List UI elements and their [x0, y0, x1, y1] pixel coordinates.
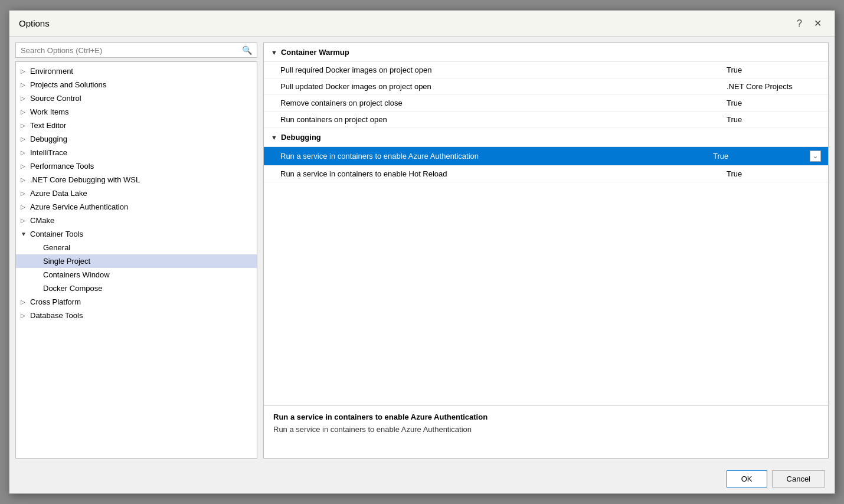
- sidebar-item-azure-data-lake[interactable]: ▷ Azure Data Lake: [16, 186, 257, 200]
- search-input[interactable]: [21, 46, 240, 55]
- description-title: Run a service in containers to enable Az…: [273, 413, 819, 421]
- sidebar-item-label: Work Items: [30, 107, 69, 116]
- sidebar-item-general[interactable]: General: [16, 241, 257, 254]
- arrow-icon: ▷: [21, 299, 28, 305]
- arrow-icon: ▷: [21, 217, 28, 224]
- option-row-azure-auth[interactable]: Run a service in containers to enable Az…: [264, 147, 828, 166]
- option-value: True: [727, 169, 821, 178]
- ok-button[interactable]: OK: [727, 470, 767, 487]
- option-row-pull-updated[interactable]: Pull updated Docker images on project op…: [264, 78, 828, 95]
- arrow-icon: ▷: [21, 176, 28, 183]
- option-value: True: [727, 115, 821, 124]
- arrow-icon: ▷: [21, 312, 28, 319]
- dropdown-button[interactable]: ⌄: [810, 150, 821, 162]
- option-label: Remove containers on project close: [280, 99, 727, 107]
- section-header-debugging[interactable]: ▼ Debugging: [264, 128, 828, 147]
- option-row-hot-reload[interactable]: Run a service in containers to enable Ho…: [264, 166, 828, 182]
- dialog-title: Options: [19, 18, 50, 28]
- arrow-icon: ▷: [21, 109, 28, 115]
- option-row-pull-required[interactable]: Pull required Docker images on project o…: [264, 62, 828, 78]
- options-dialog: Options ? ✕ 🔍 ▷ Environment ▷ Project: [9, 10, 835, 494]
- sidebar-item-environment[interactable]: ▷ Environment: [16, 64, 257, 78]
- sidebar-item-label: Container Tools: [30, 230, 83, 238]
- sidebar-item-net-core-wsl[interactable]: ▷ .NET Core Debugging with WSL: [16, 173, 257, 186]
- sidebar-item-docker-compose[interactable]: Docker Compose: [16, 282, 257, 295]
- dialog-body: 🔍 ▷ Environment ▷ Projects and Solutions…: [9, 37, 835, 464]
- options-area: ▼ Container Warmup Pull required Docker …: [263, 42, 829, 405]
- option-row-remove-containers[interactable]: Remove containers on project close True: [264, 95, 828, 112]
- dialog-footer: OK Cancel: [9, 464, 835, 493]
- sidebar-item-label: .NET Core Debugging with WSL: [30, 175, 140, 184]
- sidebar-item-label: General: [43, 243, 70, 252]
- sidebar-item-label: Text Editor: [30, 121, 66, 130]
- arrow-icon: ▷: [21, 204, 28, 210]
- title-bar: Options ? ✕: [9, 11, 835, 37]
- tree-view: ▷ Environment ▷ Projects and Solutions ▷…: [15, 61, 257, 459]
- section-header-container-warmup[interactable]: ▼ Container Warmup: [264, 43, 828, 62]
- sidebar-item-text-editor[interactable]: ▷ Text Editor: [16, 119, 257, 132]
- sidebar-item-label: Projects and Solutions: [30, 80, 106, 89]
- sidebar-item-label: Azure Service Authentication: [30, 202, 128, 211]
- sidebar-item-label: Cross Platform: [30, 297, 81, 306]
- sidebar-item-label: CMake: [30, 216, 54, 225]
- sidebar-item-cross-platform[interactable]: ▷ Cross Platform: [16, 295, 257, 309]
- option-label: Pull required Docker images on project o…: [280, 66, 727, 74]
- arrow-icon: ▷: [21, 190, 28, 197]
- option-value: True: [727, 99, 821, 107]
- sidebar-item-label: Database Tools: [30, 311, 83, 320]
- sidebar-item-label: Source Control: [30, 94, 81, 103]
- sidebar-item-performance-tools[interactable]: ▷ Performance Tools: [16, 159, 257, 173]
- expand-icon: ▼: [21, 231, 28, 237]
- sidebar-item-database-tools[interactable]: ▷ Database Tools: [16, 309, 257, 322]
- section-chevron-icon: ▼: [271, 49, 277, 56]
- search-box[interactable]: 🔍: [15, 42, 257, 58]
- description-text: Run a service in containers to enable Az…: [273, 425, 819, 434]
- sidebar-item-label: Debugging: [30, 135, 67, 143]
- sidebar-item-azure-service-auth[interactable]: ▷ Azure Service Authentication: [16, 200, 257, 214]
- sidebar-item-label: Containers Window: [43, 270, 110, 279]
- sidebar-item-label: Azure Data Lake: [30, 189, 87, 198]
- option-label: Run a service in containers to enable Az…: [280, 152, 713, 161]
- sidebar-item-work-items[interactable]: ▷ Work Items: [16, 105, 257, 119]
- option-label: Run containers on project open: [280, 115, 727, 124]
- close-button[interactable]: ✕: [810, 17, 825, 30]
- section-chevron-icon: ▼: [271, 134, 277, 141]
- help-button[interactable]: ?: [793, 17, 806, 30]
- option-label: Pull updated Docker images on project op…: [280, 82, 727, 91]
- sidebar-item-label: Docker Compose: [43, 284, 102, 293]
- arrow-icon: ▷: [21, 81, 28, 88]
- option-value: True: [713, 152, 807, 161]
- sidebar-item-label: IntelliTrace: [30, 148, 67, 157]
- left-panel: 🔍 ▷ Environment ▷ Projects and Solutions…: [15, 42, 257, 459]
- arrow-icon: ▷: [21, 68, 28, 74]
- search-icon: 🔍: [242, 45, 252, 55]
- sidebar-item-label: Single Project: [43, 257, 90, 266]
- right-panel: ▼ Container Warmup Pull required Docker …: [263, 42, 829, 459]
- sidebar-item-debugging[interactable]: ▷ Debugging: [16, 132, 257, 146]
- option-value: .NET Core Projects: [727, 82, 821, 91]
- sidebar-item-single-project[interactable]: Single Project: [16, 254, 257, 268]
- sidebar-item-intellitrace[interactable]: ▷ IntelliTrace: [16, 146, 257, 159]
- title-bar-actions: ? ✕: [793, 17, 825, 30]
- section-title: Container Warmup: [281, 48, 349, 57]
- sidebar-item-label: Environment: [30, 67, 73, 76]
- arrow-icon: ▷: [21, 163, 28, 169]
- sidebar-item-projects-solutions[interactable]: ▷ Projects and Solutions: [16, 78, 257, 91]
- sidebar-item-label: Performance Tools: [30, 162, 94, 171]
- sidebar-item-container-tools[interactable]: ▼ Container Tools: [16, 227, 257, 241]
- description-area: Run a service in containers to enable Az…: [263, 405, 829, 459]
- sidebar-item-containers-window[interactable]: Containers Window: [16, 268, 257, 282]
- arrow-icon: ▷: [21, 149, 28, 156]
- arrow-icon: ▷: [21, 136, 28, 142]
- option-label: Run a service in containers to enable Ho…: [280, 169, 727, 178]
- cancel-button[interactable]: Cancel: [772, 470, 825, 487]
- section-title: Debugging: [281, 133, 321, 142]
- sidebar-item-cmake[interactable]: ▷ CMake: [16, 214, 257, 227]
- option-value: True: [727, 66, 821, 74]
- arrow-icon: ▷: [21, 122, 28, 129]
- option-row-run-containers[interactable]: Run containers on project open True: [264, 112, 828, 128]
- sidebar-item-source-control[interactable]: ▷ Source Control: [16, 91, 257, 105]
- arrow-icon: ▷: [21, 95, 28, 102]
